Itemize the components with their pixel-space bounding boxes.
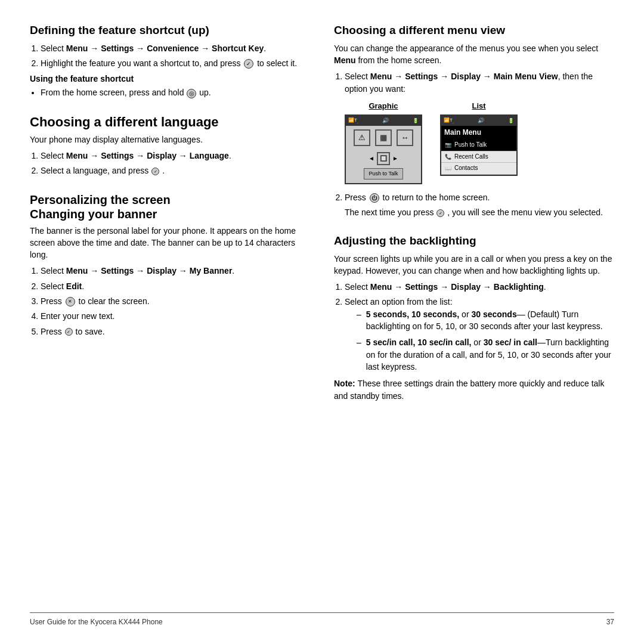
language-steps: Select Menu → Settings → Display → Langu… xyxy=(41,150,310,177)
clear-icon: ✕ xyxy=(66,297,75,306)
section-backlighting-title: Adjusting the backlighting xyxy=(334,234,614,248)
footer-left: User Guide for the Kyocera KX444 Phone xyxy=(30,618,163,626)
dash-1: – xyxy=(357,308,361,333)
push-to-talk-label: Push to Talk xyxy=(454,141,487,150)
using-shortcut-item: From the home screen, press and hold ◎ u… xyxy=(41,86,310,98)
defining-step-2: Highlight the feature you want a shortcu… xyxy=(41,57,310,69)
section-personalizing-title: Personalizing the screen Changing your b… xyxy=(30,193,310,221)
option-seconds-text: 5 seconds, 10 seconds, or 30 seconds— (D… xyxy=(366,308,614,333)
menu-view-step-1: Select Menu → Settings → Display → Main … xyxy=(345,70,614,184)
list-header: Main Menu xyxy=(441,126,516,140)
list-status-signal: 📶T. xyxy=(444,117,454,125)
graphic-icons-row: ⚠ ▦ ↔ xyxy=(354,129,413,146)
menu-view-step-2: Press ⏻ to return to the home screen. Th… xyxy=(345,191,614,219)
arrows-icon-box: ↔ xyxy=(397,129,413,146)
graphic-screen-wrap: Graphic 📶T. 🔊 🔋 ⚠ xyxy=(345,101,422,184)
graphic-body: ⚠ ▦ ↔ ◄ 🔲 ► xyxy=(346,126,421,183)
status-signal: 📶T. xyxy=(348,117,358,125)
graphic-screen: 📶T. 🔊 🔋 ⚠ ▦ ↔ xyxy=(345,114,422,184)
nav-icon: ◎ xyxy=(187,89,196,98)
defining-step-1: Select Menu → Settings → Convenience → S… xyxy=(41,42,310,54)
recent-calls-icon: 📞 xyxy=(444,153,452,161)
section-personalizing: Personalizing the screen Changing your b… xyxy=(30,193,310,342)
personalizing-step-3: Press ✕ to clear the screen. xyxy=(41,295,310,307)
section-defining-shortcut-title: Defining the feature shortcut (up) xyxy=(30,24,310,38)
warning-icon-box: ⚠ xyxy=(354,129,370,146)
power-icon: ⏻ xyxy=(370,193,379,203)
using-feature-shortcut-title: Using the feature shortcut xyxy=(30,74,310,83)
content-area: Defining the feature shortcut (up) Selec… xyxy=(30,24,614,612)
right-arrow: ► xyxy=(392,154,398,163)
list-item-contacts: 📖 Contacts xyxy=(441,163,516,175)
personalizing-step-2: Select Edit. xyxy=(41,280,310,292)
status-speaker: 🔊 xyxy=(382,117,389,125)
page: Defining the feature shortcut (up) Selec… xyxy=(0,0,644,644)
backlighting-note: Note: These three settings drain the bat… xyxy=(334,377,614,402)
list-screen-wrap: List 📶T. 🔊 🔋 Main Menu 📷 xyxy=(440,101,518,176)
dash-2: – xyxy=(357,336,361,373)
section-menu-view: Choosing a different menu view You can c… xyxy=(334,24,614,224)
graphic-status-bar: 📶T. 🔊 🔋 xyxy=(346,116,421,126)
backlighting-steps: Select Menu → Settings → Display → Backl… xyxy=(345,281,614,373)
personalizing-step-5: Press ✓ to save. xyxy=(41,326,310,338)
nav-arrows: ◄ 🔲 ► xyxy=(369,152,398,165)
section-defining-shortcut: Defining the feature shortcut (up) Selec… xyxy=(30,24,310,104)
option-sec-in-call-text: 5 sec/in call, 10 sec/in call, or 30 sec… xyxy=(366,336,614,373)
list-status-battery: 🔋 xyxy=(508,117,514,125)
list-item-recent-calls: 📞 Recent Calls xyxy=(441,151,516,163)
list-status-speaker: 🔊 xyxy=(478,117,484,125)
graphic-label: Graphic xyxy=(369,101,398,112)
ok-icon-small2: ✓ xyxy=(65,328,73,336)
list-status-bar: 📶T. 🔊 🔋 xyxy=(441,116,516,126)
section-language-title: Choosing a different language xyxy=(30,114,310,130)
language-intro: Your phone may display alternative langu… xyxy=(30,134,310,145)
contacts-icon: 📖 xyxy=(444,165,452,172)
menu-view-intro: You can change the appearance of the men… xyxy=(334,42,614,67)
push-to-talk-btn: Push to Talk xyxy=(364,168,404,179)
personalizing-step-4: Enter your new text. xyxy=(41,310,310,322)
status-battery: 🔋 xyxy=(413,117,419,125)
menu-view-steps: Select Menu → Settings → Display → Main … xyxy=(345,70,614,218)
recent-calls-label: Recent Calls xyxy=(454,153,488,162)
section-language: Choosing a different language Your phone… xyxy=(30,114,310,182)
option-sec-in-call: – 5 sec/in call, 10 sec/in call, or 30 s… xyxy=(357,336,614,373)
using-shortcut-list: From the home screen, press and hold ◎ u… xyxy=(41,86,310,98)
defining-shortcut-steps: Select Menu → Settings → Convenience → S… xyxy=(41,42,310,70)
list-screen: 📶T. 🔊 🔋 Main Menu 📷 Push to Talk xyxy=(440,114,518,176)
push-to-talk-icon: 📷 xyxy=(444,141,452,149)
list-item-push-to-talk: 📷 Push to Talk xyxy=(441,140,516,151)
menu-view-step-2-note: The next time you press ✓ , you will see… xyxy=(345,206,614,218)
backlighting-intro: Your screen lights up while you are in a… xyxy=(334,253,614,277)
backlighting-options: – 5 seconds, 10 seconds, or 30 seconds— … xyxy=(357,308,614,373)
backlighting-step-1: Select Menu → Settings → Display → Backl… xyxy=(345,281,614,293)
screens-row: Graphic 📶T. 🔊 🔋 ⚠ xyxy=(345,101,614,184)
grid-icon-box: ▦ xyxy=(375,129,392,146)
center-icon: 🔲 xyxy=(377,152,390,165)
ok-icon-note: ✓ xyxy=(436,209,444,217)
ok-icon: ✓ xyxy=(244,59,253,69)
personalizing-step-1: Select Menu → Settings → Display → My Ba… xyxy=(41,265,310,277)
personalizing-steps: Select Menu → Settings → Display → My Ba… xyxy=(41,265,310,337)
footer: User Guide for the Kyocera KX444 Phone 3… xyxy=(30,612,614,626)
personalizing-intro: The banner is the personal label for you… xyxy=(30,225,310,261)
right-column: Choosing a different menu view You can c… xyxy=(334,24,614,612)
list-label: List xyxy=(472,101,485,112)
footer-right: 37 xyxy=(606,618,614,626)
section-backlighting: Adjusting the backlighting Your screen l… xyxy=(334,234,614,406)
section-menu-view-title: Choosing a different menu view xyxy=(334,24,614,38)
ok-icon-small: ✓ xyxy=(151,168,159,175)
backlighting-step-2: Select an option from the list: – 5 seco… xyxy=(345,296,614,373)
left-column: Defining the feature shortcut (up) Selec… xyxy=(30,24,310,612)
language-step-2: Select a language, and press ✓ . xyxy=(41,165,310,177)
language-step-1: Select Menu → Settings → Display → Langu… xyxy=(41,150,310,162)
left-arrow: ◄ xyxy=(369,154,374,163)
contacts-label: Contacts xyxy=(454,164,478,173)
option-seconds: – 5 seconds, 10 seconds, or 30 seconds— … xyxy=(357,308,614,333)
